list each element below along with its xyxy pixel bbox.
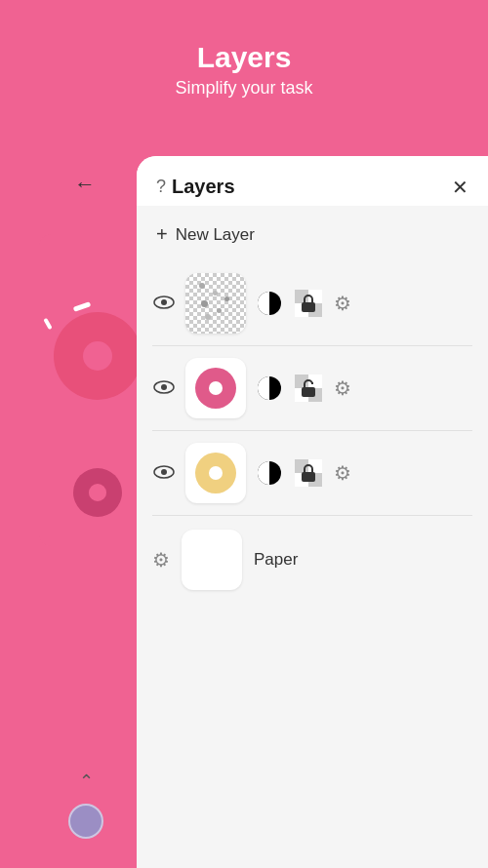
back-button[interactable]: ← — [74, 172, 96, 197]
header-title: Layers — [20, 41, 468, 74]
layer-thumbnail[interactable] — [185, 358, 246, 418]
layer-content — [185, 273, 246, 334]
panel-title: Layers — [172, 176, 235, 198]
help-icon[interactable]: ? — [156, 177, 166, 197]
svg-rect-7 — [302, 302, 315, 312]
divider — [152, 430, 472, 431]
svg-rect-24 — [302, 472, 315, 482]
visibility-toggle[interactable] — [152, 463, 176, 484]
paper-settings-icon[interactable]: ⚙ — [152, 548, 170, 572]
header-subtitle: Simplify your task — [20, 78, 468, 99]
svg-rect-15 — [302, 387, 315, 397]
header: Layers Simplify your task — [0, 0, 488, 122]
layer-thumbnail[interactable] — [185, 273, 246, 334]
settings-icon[interactable]: ⚙ — [334, 461, 351, 485]
new-layer-button[interactable]: + New Layer — [152, 206, 472, 263]
svg-point-9 — [161, 384, 167, 390]
layer-row: ⚙ — [152, 263, 472, 343]
app-container: ← ⌃ — [59, 156, 488, 868]
panel-body: + New Layer — [137, 206, 488, 602]
paper-row: ⚙ Paper — [152, 518, 472, 602]
lock-icon[interactable] — [293, 457, 324, 489]
layers-panel: ? Layers ✕ + New Layer — [137, 156, 488, 868]
divider — [152, 345, 472, 346]
canvas-sidebar: ← ⌃ — [59, 156, 137, 868]
panel-header: ? Layers ✕ — [137, 156, 488, 206]
svg-point-1 — [161, 299, 167, 305]
close-button[interactable]: ✕ — [452, 178, 468, 197]
lock-icon[interactable] — [293, 288, 324, 319]
layer-row: ⚙ — [152, 433, 472, 513]
visibility-toggle[interactable] — [152, 378, 176, 399]
panel-title-group: ? Layers — [156, 176, 235, 198]
layer-content — [195, 453, 236, 493]
layer-thumbnail[interactable] — [185, 443, 246, 503]
layer-row: ⚙ — [152, 348, 472, 428]
layer-content — [195, 368, 236, 409]
bottom-controls: ⌃ — [68, 770, 103, 839]
settings-icon[interactable]: ⚙ — [334, 376, 351, 400]
plus-icon: + — [156, 223, 168, 246]
settings-icon[interactable]: ⚙ — [334, 292, 351, 315]
paper-thumbnail[interactable] — [182, 530, 242, 590]
color-swatch[interactable] — [68, 804, 103, 839]
divider — [152, 515, 472, 516]
visibility-toggle[interactable] — [152, 294, 176, 314]
new-layer-label: New Layer — [176, 225, 255, 245]
paper-label: Paper — [254, 550, 298, 570]
lock-icon[interactable] — [293, 373, 324, 404]
blend-mode-icon[interactable] — [256, 459, 283, 487]
chevron-up-icon[interactable]: ⌃ — [79, 770, 94, 792]
svg-point-18 — [161, 469, 167, 475]
blend-mode-icon[interactable] — [256, 290, 283, 317]
blend-mode-icon[interactable] — [256, 375, 283, 402]
